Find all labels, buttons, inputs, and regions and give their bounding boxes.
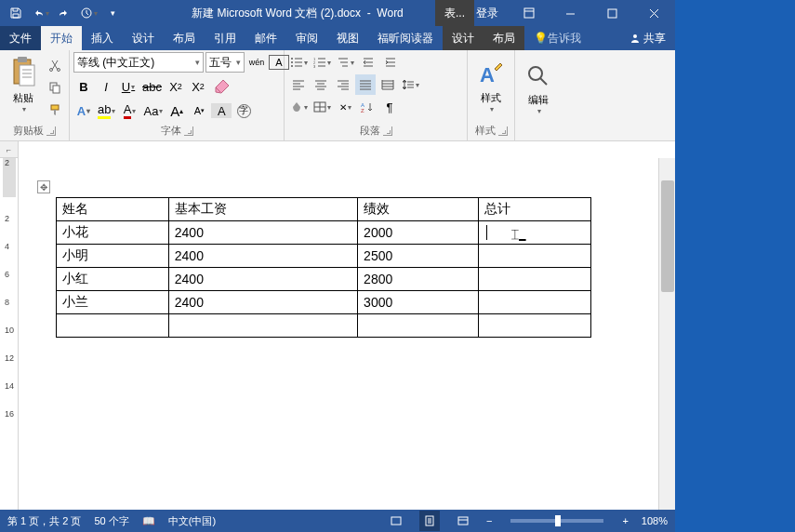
tab-foxit[interactable]: 福昕阅读器 bbox=[368, 26, 443, 50]
sort-button[interactable]: AZ bbox=[357, 97, 378, 117]
vertical-scrollbar[interactable] bbox=[658, 158, 675, 510]
paste-button[interactable]: 粘贴 ▾ bbox=[4, 53, 43, 122]
tab-table-design[interactable]: 设计 bbox=[443, 26, 484, 50]
redo-button[interactable] bbox=[53, 2, 75, 24]
undo-button[interactable]: ▾ bbox=[29, 2, 51, 24]
multilevel-list-button[interactable]: ▾ bbox=[335, 52, 356, 73]
table-cell[interactable] bbox=[479, 291, 591, 314]
tab-table-layout[interactable]: 布局 bbox=[484, 26, 524, 50]
table-header-cell[interactable]: 姓名 bbox=[57, 198, 169, 221]
focus-mode-button[interactable] bbox=[386, 511, 406, 531]
bold-button[interactable]: B bbox=[73, 76, 94, 97]
table-cell[interactable]: 小明 bbox=[57, 245, 169, 268]
word-count[interactable]: 50 个字 bbox=[94, 514, 128, 528]
tab-review[interactable]: 审阅 bbox=[286, 26, 327, 50]
table-cell[interactable] bbox=[57, 314, 169, 338]
table-cell[interactable] bbox=[479, 245, 591, 268]
styles-button[interactable]: A 样式 ▾ bbox=[471, 53, 510, 122]
align-right-button[interactable] bbox=[333, 74, 353, 95]
align-left-button[interactable] bbox=[288, 74, 309, 95]
vertical-ruler[interactable]: 2246810121416 bbox=[0, 158, 19, 510]
char-shading-button[interactable]: A bbox=[211, 103, 232, 118]
line-spacing-button[interactable]: ▾ bbox=[400, 74, 421, 95]
font-dialog-launcher[interactable] bbox=[184, 126, 193, 136]
share-button[interactable]: 共享 bbox=[620, 26, 675, 50]
format-painter-button[interactable] bbox=[45, 100, 65, 120]
spellcheck-icon[interactable]: 📖 bbox=[142, 515, 155, 527]
increase-indent-button[interactable] bbox=[380, 52, 401, 73]
table-cell[interactable]: 2400 bbox=[168, 221, 357, 245]
table-cell[interactable]: ⌶‗ bbox=[479, 221, 591, 245]
underline-button[interactable]: U▾ bbox=[118, 76, 139, 97]
table-cell[interactable] bbox=[168, 314, 357, 338]
table-cell[interactable]: 2400 bbox=[168, 245, 357, 268]
tab-mail[interactable]: 邮件 bbox=[245, 26, 286, 50]
enclosed-char-button[interactable]: 字 bbox=[233, 100, 254, 121]
table-cell[interactable]: 小红 bbox=[57, 268, 169, 291]
grow-font-button[interactable]: A▴ bbox=[166, 100, 187, 121]
document-table[interactable]: 姓名基本工资绩效总计小花24002000⌶‗小明24002500小红240028… bbox=[56, 197, 591, 338]
table-cell[interactable]: 3000 bbox=[358, 291, 479, 314]
table-cell[interactable] bbox=[358, 314, 479, 338]
styles-dialog-launcher[interactable] bbox=[498, 126, 508, 136]
table-cell[interactable] bbox=[479, 268, 591, 291]
font-color-button[interactable]: A▾ bbox=[119, 100, 139, 121]
distributed-button[interactable] bbox=[378, 74, 398, 95]
cut-button[interactable] bbox=[45, 55, 65, 75]
numbering-button[interactable]: 123▾ bbox=[311, 52, 333, 73]
superscript-button[interactable]: X2 bbox=[188, 76, 208, 97]
text-effects-button[interactable]: A▾ bbox=[73, 100, 94, 121]
tab-design[interactable]: 设计 bbox=[123, 26, 164, 50]
align-center-button[interactable] bbox=[311, 74, 331, 95]
zoom-slider[interactable] bbox=[510, 519, 603, 523]
table-move-handle[interactable]: ✥ bbox=[37, 180, 50, 193]
tab-references[interactable]: 引用 bbox=[205, 26, 245, 50]
tab-view[interactable]: 视图 bbox=[327, 26, 368, 50]
tab-home[interactable]: 开始 bbox=[41, 26, 82, 50]
web-layout-button[interactable] bbox=[453, 511, 473, 531]
table-cell[interactable]: 小花 bbox=[57, 221, 169, 245]
table-header-cell[interactable]: 绩效 bbox=[358, 198, 479, 221]
font-size-combo[interactable]: 五号▾ bbox=[205, 52, 245, 73]
print-layout-button[interactable] bbox=[419, 511, 440, 531]
zoom-level[interactable]: 108% bbox=[642, 515, 668, 526]
phonetic-guide-button[interactable]: wén bbox=[246, 52, 267, 73]
copy-button[interactable] bbox=[45, 77, 65, 98]
table-cell[interactable] bbox=[479, 314, 591, 338]
tab-insert[interactable]: 插入 bbox=[82, 26, 123, 50]
table-cell[interactable]: 2500 bbox=[358, 245, 479, 268]
save-button[interactable] bbox=[5, 2, 27, 24]
justify-button[interactable] bbox=[355, 74, 376, 95]
highlight-button[interactable]: ab▾ bbox=[96, 100, 117, 121]
table-cell[interactable]: 2000 bbox=[358, 221, 479, 245]
editing-button[interactable]: 编辑 ▾ bbox=[519, 55, 558, 124]
autosave-icon[interactable]: ▾ bbox=[77, 2, 99, 24]
table-cell[interactable]: 2400 bbox=[168, 291, 357, 314]
shrink-font-button[interactable]: A▾ bbox=[189, 100, 209, 121]
table-cell[interactable]: 2800 bbox=[358, 268, 479, 291]
minimize-button[interactable] bbox=[550, 0, 591, 26]
tab-tellme[interactable]: 💡 告诉我 bbox=[524, 26, 590, 50]
maximize-button[interactable] bbox=[591, 0, 633, 26]
shading-button[interactable]: ▾ bbox=[288, 97, 310, 117]
change-case-button[interactable]: Aa▾ bbox=[141, 100, 165, 121]
tab-file[interactable]: 文件 bbox=[0, 26, 41, 50]
decrease-indent-button[interactable] bbox=[358, 52, 378, 73]
language-status[interactable]: 中文(中国) bbox=[168, 514, 216, 528]
tab-layout[interactable]: 布局 bbox=[164, 26, 205, 50]
clear-format-icon[interactable] bbox=[210, 74, 234, 99]
zoom-in-button[interactable]: + bbox=[622, 515, 628, 526]
asian-layout-button[interactable]: ✕▾ bbox=[335, 97, 355, 117]
qat-customize[interactable]: ▾ bbox=[101, 2, 124, 24]
table-header-cell[interactable]: 总计 bbox=[479, 198, 591, 221]
table-header-cell[interactable]: 基本工资 bbox=[168, 198, 357, 221]
paragraph-dialog-launcher[interactable] bbox=[383, 126, 392, 136]
zoom-out-button[interactable]: − bbox=[486, 515, 492, 526]
subscript-button[interactable]: X2 bbox=[166, 76, 186, 97]
clipboard-dialog-launcher[interactable] bbox=[46, 126, 56, 136]
italic-button[interactable]: I bbox=[96, 76, 116, 97]
show-marks-button[interactable]: ¶ bbox=[379, 97, 400, 117]
font-name-combo[interactable]: 等线 (中文正文)▾ bbox=[73, 52, 204, 73]
table-cell[interactable]: 2400 bbox=[168, 268, 357, 291]
document-area[interactable]: ✥ 姓名基本工资绩效总计小花24002000⌶‗小明24002500小红2400… bbox=[19, 158, 658, 510]
